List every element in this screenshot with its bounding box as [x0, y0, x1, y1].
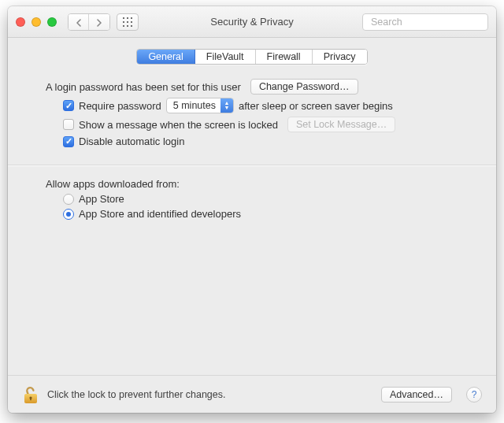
general-pane: A login password has been set for this u…: [8, 72, 496, 375]
allow-apps-option-appstore[interactable]: App Store: [63, 193, 458, 205]
traffic-lights: [16, 17, 57, 27]
svg-rect-0: [123, 17, 124, 19]
close-icon[interactable]: [16, 17, 25, 27]
lock-hint-text: Click the lock to prevent further change…: [47, 389, 226, 400]
zoom-icon[interactable]: [47, 17, 57, 27]
show-message-label: Show a message when the screen is locked: [79, 119, 278, 131]
show-all-button[interactable]: [117, 13, 139, 31]
change-password-button[interactable]: Change Password…: [250, 79, 358, 95]
disable-auto-login-label: Disable automatic login: [79, 135, 184, 147]
chevron-right-icon: [96, 19, 102, 27]
svg-rect-8: [131, 25, 132, 27]
show-message-checkbox[interactable]: [63, 119, 74, 130]
search-field[interactable]: [362, 13, 488, 31]
disable-auto-login-row: Disable automatic login: [46, 135, 458, 147]
require-password-delay-select[interactable]: 5 minutes ▲▼: [166, 98, 234, 113]
require-password-suffix: after sleep or screen saver begins: [239, 100, 393, 112]
svg-rect-7: [127, 25, 128, 27]
svg-rect-2: [131, 17, 132, 19]
allow-apps-label: Allow apps downloaded from:: [46, 178, 458, 190]
tab-strip: General FileVault Firewall Privacy: [8, 38, 496, 72]
grid-icon: [123, 17, 132, 27]
tabs: General FileVault Firewall Privacy: [136, 49, 367, 65]
radio-icon: [63, 194, 74, 205]
tab-general[interactable]: General: [137, 50, 195, 64]
svg-rect-13: [30, 398, 32, 400]
svg-rect-6: [123, 25, 124, 27]
allow-apps-option-1-label: App Store and identified developers: [79, 208, 241, 220]
preferences-window: Security & Privacy General FileVault Fir…: [8, 6, 496, 413]
require-password-delay-value: 5 minutes: [173, 100, 220, 111]
forward-button[interactable]: [89, 14, 109, 31]
allow-apps-option-0-label: App Store: [79, 193, 124, 205]
back-button[interactable]: [69, 14, 89, 31]
disable-auto-login-checkbox[interactable]: [63, 136, 74, 147]
require-password-checkbox[interactable]: [63, 100, 74, 111]
chevron-left-icon: [76, 19, 82, 27]
tab-firewall[interactable]: Firewall: [256, 50, 313, 64]
set-lock-message-button: Set Lock Message…: [287, 117, 395, 132]
require-password-prefix: Require password: [79, 100, 161, 112]
svg-rect-3: [123, 21, 124, 23]
require-password-row: Require password 5 minutes ▲▼ after slee…: [46, 98, 458, 113]
search-input[interactable]: [371, 17, 495, 28]
svg-rect-4: [127, 21, 128, 23]
lock-icon[interactable]: [22, 384, 39, 405]
stepper-arrows-icon: ▲▼: [220, 98, 233, 113]
allow-apps-option-identified[interactable]: App Store and identified developers: [63, 208, 458, 220]
tab-privacy[interactable]: Privacy: [313, 50, 367, 64]
show-message-row: Show a message when the screen is locked…: [46, 117, 458, 132]
login-password-label: A login password has been set for this u…: [46, 81, 241, 93]
advanced-button[interactable]: Advanced…: [381, 387, 452, 403]
footer: Click the lock to prevent further change…: [8, 375, 496, 413]
tab-filevault[interactable]: FileVault: [195, 50, 256, 64]
svg-rect-5: [131, 21, 132, 23]
divider: [8, 165, 496, 165]
nav-back-forward: [68, 13, 110, 31]
radio-icon: [63, 209, 74, 220]
help-button[interactable]: ?: [466, 387, 482, 403]
svg-rect-1: [127, 17, 128, 19]
titlebar: Security & Privacy: [8, 6, 496, 38]
minimize-icon[interactable]: [32, 17, 41, 27]
